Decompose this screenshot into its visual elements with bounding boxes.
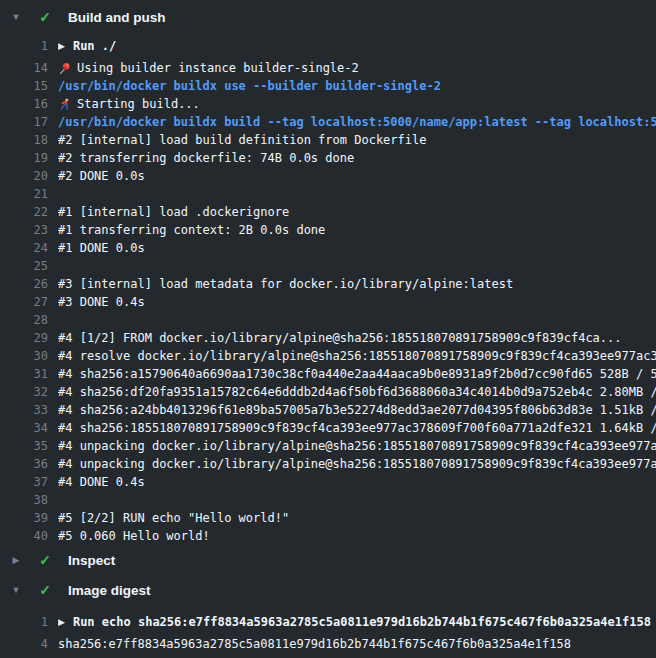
log-line-content: #4 sha256:185518070891758909c9f839cf4ca3…	[58, 419, 656, 437]
log-line-content: #4 [1/2] FROM docker.io/library/alpine@s…	[58, 329, 656, 347]
log-line: 16Starting build...	[0, 95, 656, 113]
line-number[interactable]: 36	[0, 455, 48, 473]
log-text: #4 sha256:a15790640a6690aa1730c38cf0a440…	[58, 365, 656, 383]
line-number[interactable]: 15	[0, 77, 48, 95]
log-line: 31#4 sha256:a15790640a6690aa1730c38cf0a4…	[0, 365, 656, 383]
section-title: Image digest	[68, 583, 151, 598]
log-line-content: /usr/bin/docker buildx build --tag local…	[58, 113, 656, 131]
log-line: 25	[0, 257, 656, 275]
log-text: /usr/bin/docker buildx build --tag local…	[58, 113, 656, 131]
log-text: #4 resolve docker.io/library/alpine@sha2…	[58, 347, 656, 365]
line-number[interactable]: 40	[0, 527, 48, 545]
log-line-content: /usr/bin/docker buildx use --builder bui…	[58, 77, 656, 95]
log-line-content: #5 [2/2] RUN echo "Hello world!"	[58, 509, 656, 527]
line-number[interactable]: 18	[0, 131, 48, 149]
line-number[interactable]: 31	[0, 365, 48, 383]
runner-icon	[58, 98, 71, 111]
log-text: #4 DONE 0.4s	[58, 473, 145, 491]
log-text: Starting build...	[77, 95, 200, 113]
section-lines-image-digest: 1▶Run echo sha256:e7ff8834a5963a2785c5a0…	[0, 605, 656, 653]
line-number[interactable]: 16	[0, 95, 48, 113]
line-number[interactable]: 19	[0, 149, 48, 167]
line-number[interactable]: 38	[0, 491, 48, 509]
line-number[interactable]: 22	[0, 203, 48, 221]
log-text: sha256:e7ff8834a5963a2785c5a0811e979d16b…	[58, 635, 571, 653]
log-line-content: #1 DONE 0.0s	[58, 239, 656, 257]
log-line: 28	[0, 311, 656, 329]
pushpin-icon	[58, 62, 71, 75]
log-text: #2 DONE 0.0s	[58, 167, 145, 185]
line-number[interactable]: 27	[0, 293, 48, 311]
line-number[interactable]: 37	[0, 473, 48, 491]
log-line: 15/usr/bin/docker buildx use --builder b…	[0, 77, 656, 95]
log-text: /usr/bin/docker buildx use --builder bui…	[58, 77, 441, 95]
log-line-content: #5 0.060 Hello world!	[58, 527, 656, 545]
log-line: 4sha256:e7ff8834a5963a2785c5a0811e979d16…	[0, 635, 656, 653]
line-number[interactable]: 32	[0, 383, 48, 401]
line-number[interactable]: 1	[0, 37, 48, 55]
log-line-content: #4 sha256:df20fa9351a15782c64e6dddb2d4a6…	[58, 383, 656, 401]
log-line-content: #4 DONE 0.4s	[58, 473, 656, 491]
log-line: 37#4 DONE 0.4s	[0, 473, 656, 491]
log-line-content: Starting build...	[58, 95, 656, 113]
log-line: 14Using builder instance builder-single-…	[0, 59, 656, 77]
line-number[interactable]: 21	[0, 185, 48, 203]
line-number[interactable]: 34	[0, 419, 48, 437]
log-line-content: sha256:e7ff8834a5963a2785c5a0811e979d16b…	[58, 635, 656, 653]
log-text: #5 [2/2] RUN echo "Hello world!"	[58, 509, 289, 527]
log-text: #4 [1/2] FROM docker.io/library/alpine@s…	[58, 329, 622, 347]
expand-group-icon[interactable]: ▶	[58, 618, 65, 627]
log-line-content: #4 sha256:a15790640a6690aa1730c38cf0a440…	[58, 365, 656, 383]
log-line-content: Using builder instance builder-single-2	[58, 59, 656, 77]
line-number[interactable]: 28	[0, 311, 48, 329]
section-header-image-digest[interactable]: ▼✓Image digest	[0, 575, 656, 605]
log-line: 35#4 unpacking docker.io/library/alpine@…	[0, 437, 656, 455]
log-line-content: ▶Run ./	[58, 37, 656, 55]
line-number[interactable]: 35	[0, 437, 48, 455]
line-number[interactable]: 24	[0, 239, 48, 257]
log-line-content: #1 transferring context: 2B 0.0s done	[58, 221, 656, 239]
log-text: #4 unpacking docker.io/library/alpine@sh…	[58, 455, 656, 473]
line-number[interactable]: 26	[0, 275, 48, 293]
expand-group-icon[interactable]: ▶	[58, 42, 65, 51]
line-number[interactable]: 17	[0, 113, 48, 131]
line-number[interactable]: 29	[0, 329, 48, 347]
log-line-content: #4 sha256:a24bb4013296f61e89ba57005a7b3e…	[58, 401, 656, 419]
log-text: Using builder instance builder-single-2	[77, 59, 359, 77]
log-line-content: #3 DONE 0.4s	[58, 293, 656, 311]
log-line: 1▶Run ./	[0, 37, 656, 55]
line-number[interactable]: 14	[0, 59, 48, 77]
log-line: 20#2 DONE 0.0s	[0, 167, 656, 185]
line-number[interactable]: 30	[0, 347, 48, 365]
log-line: 29#4 [1/2] FROM docker.io/library/alpine…	[0, 329, 656, 347]
chevron-right-icon: ▶	[9, 556, 23, 565]
line-number[interactable]: 20	[0, 167, 48, 185]
log-text: #2 [internal] load build definition from…	[58, 131, 426, 149]
chevron-down-icon: ▼	[9, 586, 23, 595]
log-line: 24#1 DONE 0.0s	[0, 239, 656, 257]
log-line: 19#2 transferring dockerfile: 74B 0.0s d…	[0, 149, 656, 167]
log-line: 27#3 DONE 0.4s	[0, 293, 656, 311]
line-number[interactable]: 39	[0, 509, 48, 527]
line-number[interactable]: 23	[0, 221, 48, 239]
workflow-log: ▼✓Build and push1▶Run ./14Using builder …	[0, 0, 656, 658]
line-number[interactable]: 4	[0, 635, 48, 653]
log-text: #1 [internal] load .dockerignore	[58, 203, 289, 221]
section-title: Inspect	[68, 553, 115, 568]
log-line: 38	[0, 491, 656, 509]
log-line-content: ▶Run echo sha256:e7ff8834a5963a2785c5a08…	[58, 613, 656, 631]
log-line: 30#4 resolve docker.io/library/alpine@sh…	[0, 347, 656, 365]
section-header-build-and-push[interactable]: ▼✓Build and push	[0, 0, 656, 34]
log-section-build-and-push: ▼✓Build and push1▶Run ./14Using builder …	[0, 0, 656, 545]
section-header-inspect[interactable]: ▶✓Inspect	[0, 545, 656, 575]
log-line: 39#5 [2/2] RUN echo "Hello world!"	[0, 509, 656, 527]
line-number[interactable]: 25	[0, 257, 48, 275]
check-icon: ✓	[37, 553, 53, 567]
log-line: 40#5 0.060 Hello world!	[0, 527, 656, 545]
line-number[interactable]: 33	[0, 401, 48, 419]
log-line-content: #4 unpacking docker.io/library/alpine@sh…	[58, 455, 656, 473]
log-text: #3 DONE 0.4s	[58, 293, 145, 311]
line-number[interactable]: 1	[0, 613, 48, 631]
log-text: #1 DONE 0.0s	[58, 239, 145, 257]
log-line: 1▶Run echo sha256:e7ff8834a5963a2785c5a0…	[0, 613, 656, 631]
